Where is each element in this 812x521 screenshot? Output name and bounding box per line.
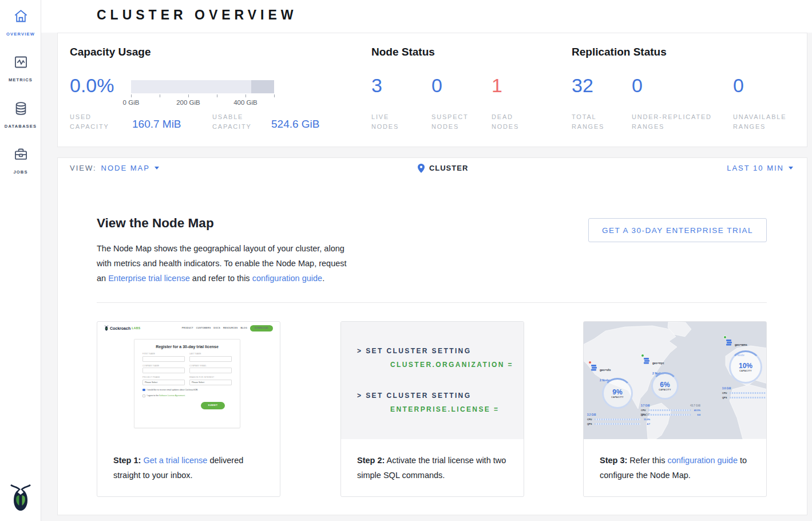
- used-capacity-label: USEDCAPACITY: [70, 112, 109, 132]
- download-button: DOWNLOAD: [250, 325, 273, 331]
- step1-caption: Step 1: Get a trial license delivered st…: [97, 439, 280, 483]
- axis-tick: [274, 94, 275, 97]
- page-header: CLUSTER OVERVIEW: [41, 0, 812, 33]
- site-nav: PRODUCT CUSTOMERS DOCS RESOURCES BLOG DO…: [182, 325, 273, 331]
- sql-setting: ENTERPRISE.LICENSE =: [390, 405, 499, 413]
- axis-tick-label: 400 GiB: [233, 99, 258, 106]
- capacity-used-percent: 0.0%: [70, 74, 114, 97]
- axis-tick: [131, 94, 132, 97]
- node-map-thumbnail: geo=sfo 2 Nodes 9% CAPACITY 3.2 GiB331 G…: [584, 322, 766, 439]
- sidebar-item-metrics[interactable]: METRICS: [0, 54, 41, 84]
- unavailable-ranges-label: UNAVAILABLERANGES: [733, 112, 786, 132]
- step3-caption: Step 3: Refer this configuration guide t…: [584, 439, 766, 483]
- description-text: and refer to this: [190, 274, 252, 283]
- caret-down-icon[interactable]: [155, 167, 159, 169]
- location-pin-icon: [418, 164, 425, 173]
- sidebar-item-label: METRICS: [9, 77, 33, 82]
- metrics-icon: [13, 54, 29, 70]
- sidebar-item-label: OVERVIEW: [6, 31, 35, 37]
- trial-license-site-thumbnail: Cockroach LABS PRODUCT CUSTOMERS DOCS RE…: [97, 322, 280, 439]
- cockroachdb-logo-icon: [10, 483, 31, 512]
- sidebar-item-label: DATABASES: [5, 124, 37, 129]
- dead-nodes-value: 1: [492, 74, 502, 97]
- status-dot-red: [588, 361, 592, 364]
- license-agreement-checkbox: [142, 394, 145, 397]
- company-name-field: [142, 368, 185, 373]
- sidebar-item-databases[interactable]: DATABASES: [0, 101, 41, 130]
- get-trial-license-link[interactable]: Get a trial license: [143, 456, 207, 465]
- capacity-gauge-sfo: 9% CAPACITY: [602, 378, 633, 409]
- live-nodes-label: LIVENODES: [371, 112, 399, 132]
- node-stats-ams: 3.6 GiB36.6 GiB CPU58.3% QPS8.4: [722, 387, 766, 399]
- dead-nodes-label: DEADNODES: [492, 112, 519, 132]
- first-name-field: [142, 356, 185, 362]
- step1-card: Cockroach LABS PRODUCT CUSTOMERS DOCS RE…: [97, 321, 280, 497]
- node-stack-icon: [726, 338, 732, 345]
- capacity-bar: [131, 80, 274, 93]
- used-capacity-value: 160.7 MiB: [132, 118, 181, 131]
- divider: [97, 302, 767, 303]
- view-label: VIEW:: [70, 164, 97, 172]
- sidebar-item-overview[interactable]: OVERVIEW: [0, 9, 41, 38]
- under-replicated-ranges-label: UNDER-REPLICATEDRANGES: [632, 112, 712, 132]
- axis-tick-label: 0 GiB: [123, 99, 140, 106]
- total-ranges-label: TOTALRANGES: [572, 112, 604, 132]
- status-dot-green: [641, 354, 644, 357]
- breadcrumb-cluster: CLUSTER: [429, 164, 468, 172]
- database-icon: [13, 101, 29, 116]
- sql-command: > SET CLUSTER SETTING: [357, 347, 471, 355]
- replication-status-title: Replication Status: [572, 46, 667, 58]
- company-email-field: [189, 368, 232, 373]
- status-dot-green: [723, 336, 727, 339]
- reason-for-interest-select: Please Select: [189, 380, 232, 385]
- enterprise-trial-button[interactable]: GET A 30-DAY ENTERPRISE TRIAL: [588, 218, 767, 242]
- step2-caption: Step 2: Activate the trial license with …: [341, 439, 524, 483]
- view-bar: VIEW: NODE MAP CLUSTER LAST 10 MIN: [57, 157, 807, 179]
- axis-tick: [188, 94, 189, 97]
- sql-command: > SET CLUSTER SETTING: [357, 392, 471, 400]
- page-title: CLUSTER OVERVIEW: [97, 7, 298, 23]
- view-selector-dropdown[interactable]: NODE MAP: [101, 164, 150, 172]
- capacity-gauge-ams: 10% CAPACITY: [729, 350, 762, 384]
- last-name-field: [189, 356, 232, 362]
- submit-button: SUBMIT: [201, 402, 225, 409]
- step2-card: > SET CLUSTER SETTING CLUSTER.ORGANIZATI…: [340, 321, 524, 497]
- cockroach-labs-logo: Cockroach LABS: [104, 325, 140, 331]
- briefcase-icon: [13, 147, 29, 162]
- capacity-gauge-nyc: 6% CAPACITY: [651, 372, 679, 400]
- axis-tick: [245, 94, 246, 97]
- form-title: Register for a 30-day trial license: [142, 345, 232, 349]
- capacity-bar-reserved-segment: [251, 80, 274, 93]
- unavailable-ranges-value: 0: [733, 74, 744, 97]
- description-text: .: [322, 274, 324, 283]
- total-ranges-value: 32: [572, 74, 593, 97]
- axis-tick: [160, 94, 160, 97]
- capacity-usage-title: Capacity Usage: [70, 46, 151, 58]
- axis-tick-label: 200 GiB: [176, 99, 200, 106]
- node-map-panel: View the Node Map The Node Map shows the…: [57, 178, 807, 515]
- home-icon: [13, 9, 29, 24]
- under-replicated-ranges-value: 0: [632, 74, 643, 97]
- enterprise-trial-license-link[interactable]: Enterprise trial license: [108, 274, 190, 283]
- configuration-guide-link[interactable]: configuration guide: [252, 274, 323, 283]
- node-stats-nyc: 3.7 GiB43.7 GiB CPU42.5% QPS8.8: [641, 404, 700, 416]
- node-stack-icon: [643, 356, 650, 363]
- step3-card: geo=sfo 2 Nodes 9% CAPACITY 3.2 GiB331 G…: [583, 321, 767, 497]
- email-updates-checkbox: [142, 389, 145, 392]
- sidebar-item-label: JOBS: [13, 169, 27, 175]
- suspect-nodes-value: 0: [431, 74, 442, 97]
- sql-commands-snippet: > SET CLUSTER SETTING CLUSTER.ORGANIZATI…: [341, 322, 524, 439]
- axis-tick: [217, 94, 217, 97]
- node-map-heading: View the Node Map: [97, 216, 214, 231]
- live-nodes-value: 3: [371, 74, 382, 97]
- caret-down-icon[interactable]: [789, 167, 793, 169]
- suspect-nodes-label: SUSPECTNODES: [431, 112, 469, 132]
- sql-setting: CLUSTER.ORGANIZATION =: [390, 361, 513, 369]
- usable-capacity-label: USABLECAPACITY: [212, 112, 252, 132]
- configuration-guide-link[interactable]: configuration guide: [667, 456, 738, 465]
- time-range-dropdown[interactable]: LAST 10 MIN: [727, 164, 784, 172]
- cluster-summary-panel: Capacity Usage 0.0% 0 GiB 200 GiB 400 Gi…: [57, 33, 807, 147]
- sidebar: OVERVIEW METRICS DATABASES JOBS: [0, 0, 41, 521]
- project-phase-select: Please Select: [142, 380, 185, 385]
- sidebar-item-jobs[interactable]: JOBS: [0, 147, 41, 176]
